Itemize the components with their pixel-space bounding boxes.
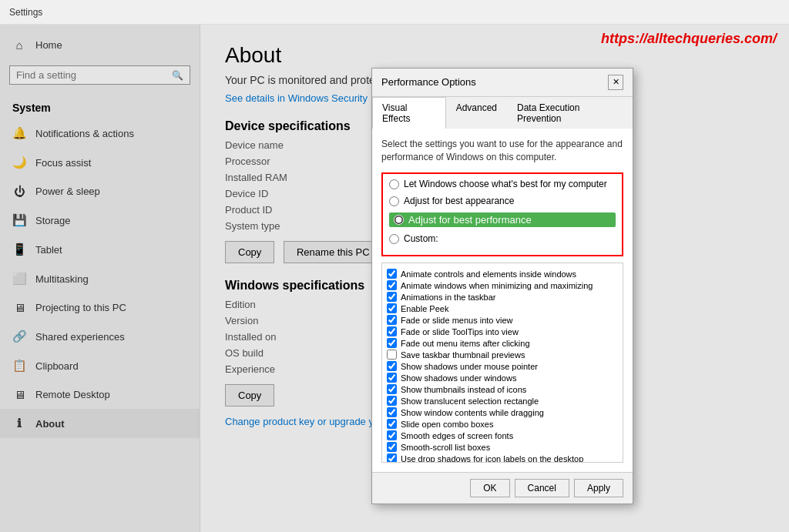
radio-best-appearance-input[interactable]: [389, 196, 399, 206]
checkbox-input-11[interactable]: [387, 396, 397, 406]
checkbox-item-16[interactable]: Use drop shadows for icon labels on the …: [387, 453, 618, 463]
checkbox-label-8: Show shadows under mouse pointer: [401, 362, 538, 371]
checkbox-item-10[interactable]: Show thumbnails instead of icons: [387, 383, 618, 395]
radio-custom-input[interactable]: [389, 234, 399, 244]
checkbox-item-13[interactable]: Slide open combo boxes: [387, 418, 618, 430]
radio-custom-label: Custom:: [404, 233, 438, 244]
checkbox-label-5: Fade or slide ToolTips into view: [401, 327, 519, 336]
checkbox-label-7: Save taskbar thumbnail previews: [401, 350, 525, 360]
radio-best-appearance-label: Adjust for best appearance: [404, 196, 514, 206]
checkbox-item-11[interactable]: Show translucent selection rectangle: [387, 395, 618, 407]
checkbox-label-16: Use drop shadows for icon labels on the …: [401, 454, 583, 463]
checkbox-item-3[interactable]: Enable Peek: [387, 303, 618, 314]
checkbox-item-8[interactable]: Show shadows under mouse pointer: [387, 360, 618, 372]
checkbox-label-11: Show translucent selection rectangle: [401, 396, 539, 406]
radio-let-windows[interactable]: Let Windows choose what's best for my co…: [389, 179, 616, 189]
dialog-close-button[interactable]: ✕: [608, 75, 623, 90]
checkbox-label-12: Show window contents while dragging: [401, 408, 544, 417]
checkbox-input-12[interactable]: [387, 407, 397, 417]
radio-best-appearance[interactable]: Adjust for best appearance: [389, 196, 616, 206]
checkbox-label-14: Smooth edges of screen fonts: [401, 431, 513, 440]
checkbox-label-3: Enable Peek: [401, 304, 448, 313]
tab-dep[interactable]: Data Execution Prevention: [507, 97, 633, 129]
tab-advanced[interactable]: Advanced: [446, 97, 507, 129]
checkbox-item-12[interactable]: Show window contents while dragging: [387, 407, 618, 418]
checkbox-item-6[interactable]: Fade out menu items after clicking: [387, 337, 618, 349]
radio-best-performance-label: Adjust for best performance: [408, 214, 532, 226]
performance-options-dialog: Performance Options ✕ Visual Effects Adv…: [371, 68, 633, 505]
dialog-body: Select the settings you want to use for …: [372, 129, 633, 473]
checkbox-item-9[interactable]: Show shadows under windows: [387, 372, 618, 383]
radio-options-bordered: Let Windows choose what's best for my co…: [381, 172, 623, 256]
checkbox-input-9[interactable]: [387, 373, 397, 383]
checkbox-label-9: Show shadows under windows: [401, 373, 516, 383]
checkbox-item-0[interactable]: Animate controls and elements inside win…: [387, 268, 618, 279]
checkbox-item-2[interactable]: Animations in the taskbar: [387, 291, 618, 303]
checkbox-input-13[interactable]: [387, 419, 397, 429]
checkbox-input-14[interactable]: [387, 430, 397, 440]
checkbox-label-1: Animate windows when minimizing and maxi…: [401, 281, 593, 290]
radio-custom[interactable]: Custom:: [389, 233, 616, 244]
checkbox-item-4[interactable]: Fade or slide menus into view: [387, 314, 618, 326]
checkbox-label-10: Show thumbnails instead of icons: [401, 385, 526, 394]
dialog-description: Select the settings you want to use for …: [381, 138, 623, 164]
checkbox-label-13: Slide open combo boxes: [401, 420, 493, 429]
checkbox-item-15[interactable]: Smooth-scroll list boxes: [387, 441, 618, 453]
checkbox-input-8[interactable]: [387, 361, 397, 371]
checkbox-item-7[interactable]: Save taskbar thumbnail previews: [387, 349, 618, 360]
checkbox-input-10[interactable]: [387, 384, 397, 394]
app-title: Settings: [9, 7, 42, 18]
radio-best-performance-highlighted[interactable]: Adjust for best performance: [389, 212, 616, 227]
ok-button[interactable]: OK: [470, 479, 509, 497]
radio-best-performance-input[interactable]: [394, 215, 404, 225]
checkbox-label-15: Smooth-scroll list boxes: [401, 443, 490, 452]
checkbox-label-6: Fade out menu items after clicking: [401, 339, 530, 348]
checkbox-input-4[interactable]: [387, 315, 397, 325]
apply-button[interactable]: Apply: [574, 479, 623, 497]
checkbox-label-4: Fade or slide menus into view: [401, 316, 513, 325]
checkbox-label-2: Animations in the taskbar: [401, 293, 496, 302]
checkbox-input-7[interactable]: [387, 350, 397, 360]
checkbox-input-3[interactable]: [387, 303, 397, 313]
checkbox-input-0[interactable]: [387, 269, 397, 279]
checkbox-item-14[interactable]: Smooth edges of screen fonts: [387, 430, 618, 441]
checkbox-input-6[interactable]: [387, 338, 397, 348]
checkbox-input-5[interactable]: [387, 326, 397, 336]
checkbox-label-0: Animate controls and elements inside win…: [401, 269, 576, 279]
checkbox-input-2[interactable]: [387, 292, 397, 302]
dialog-tabs: Visual Effects Advanced Data Execution P…: [372, 97, 633, 129]
dialog-overlay: Performance Options ✕ Visual Effects Adv…: [0, 25, 789, 532]
dialog-title: Performance Options: [381, 76, 476, 88]
dialog-titlebar: Performance Options ✕: [372, 69, 633, 97]
checkbox-item-5[interactable]: Fade or slide ToolTips into view: [387, 326, 618, 337]
dialog-footer: OK Cancel Apply: [372, 472, 633, 504]
title-bar: Settings: [0, 0, 789, 25]
checkbox-item-1[interactable]: Animate windows when minimizing and maxi…: [387, 279, 618, 291]
checkbox-input-15[interactable]: [387, 442, 397, 452]
radio-let-windows-label: Let Windows choose what's best for my co…: [404, 179, 607, 189]
checkbox-list: Animate controls and elements inside win…: [381, 263, 623, 463]
checkbox-input-16[interactable]: [387, 453, 397, 463]
cancel-button[interactable]: Cancel: [515, 479, 569, 497]
checkbox-input-1[interactable]: [387, 280, 397, 290]
radio-let-windows-input[interactable]: [389, 179, 399, 189]
tab-visual-effects[interactable]: Visual Effects: [372, 97, 446, 129]
